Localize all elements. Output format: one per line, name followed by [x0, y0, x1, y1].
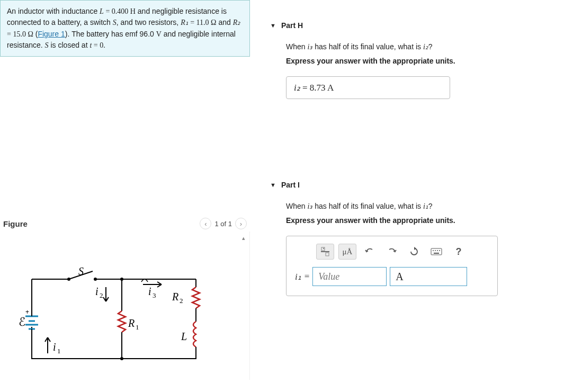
unit-V: V	[156, 30, 162, 38]
sym-R1: R₁	[181, 19, 189, 26]
figure-link[interactable]: Figure 1	[38, 30, 65, 38]
help-button[interactable]: ?	[450, 244, 468, 260]
R2-eq: = 15.0	[7, 30, 28, 38]
unit-ohm-1: Ω	[211, 19, 216, 26]
part-h-question: When i₃ has half of its final value, wha…	[286, 41, 561, 52]
part-h-title: Part H	[281, 21, 303, 30]
circuit-diagram: S i2 i3 R2 R1 L i1 ℰ +	[16, 263, 217, 369]
fraction-template-button[interactable]	[316, 244, 334, 260]
part-i-instruction: Express your answer with the appropriate…	[286, 215, 561, 226]
problem-text-5: is closed at	[49, 41, 90, 49]
svg-rect-13	[326, 253, 329, 256]
sym-S: S	[113, 19, 117, 26]
reset-icon	[409, 247, 419, 256]
sym-L: L	[100, 7, 104, 15]
part-i-header[interactable]: ▼ Part I	[270, 179, 561, 191]
part-i-title: Part I	[281, 181, 300, 189]
problem-text-3: , and two resistors,	[117, 18, 181, 26]
part-h-instruction: Express your answer with the appropriate…	[286, 56, 561, 67]
label-R1: R	[128, 317, 135, 329]
part-i-question: When i₃ has half of its final value, wha…	[286, 201, 561, 212]
svg-point-3	[120, 357, 123, 360]
svg-point-16	[435, 250, 436, 251]
fig-close: ). The battery has emf 96.0	[65, 30, 156, 38]
figure-prev-button[interactable]: ‹	[200, 218, 211, 229]
figure-pager-text: 1 of 1	[214, 220, 232, 228]
figure-next-button[interactable]: ›	[235, 218, 247, 229]
redo-button[interactable]	[383, 244, 401, 260]
svg-text:2: 2	[180, 297, 183, 305]
undo-button[interactable]	[361, 244, 379, 260]
problem-statement: An inductor with inductance L = 0.400 H …	[0, 0, 250, 57]
L-eq: = 0.400	[104, 7, 130, 15]
fraction-icon	[320, 247, 330, 256]
label-R2: R	[172, 291, 178, 302]
unit-H: H	[130, 7, 136, 15]
svg-point-15	[433, 250, 434, 251]
svg-text:2: 2	[100, 291, 103, 299]
label-L: L	[181, 331, 187, 342]
svg-text:+: +	[25, 308, 29, 316]
part-i: ▼ Part I When i₃ has half of its final v…	[270, 179, 561, 296]
part-h: ▼ Part H When i₃ has half of its final v…	[270, 19, 561, 99]
redo-icon	[387, 247, 397, 256]
answer-input-area: μÅ ? i₁ =	[286, 236, 498, 296]
svg-point-18	[439, 250, 440, 251]
reset-button[interactable]	[405, 244, 423, 260]
answer-toolbar: μÅ ?	[316, 244, 489, 260]
figure-pager: ‹ 1 of 1 ›	[200, 218, 247, 229]
svg-point-17	[437, 250, 438, 251]
unit-input[interactable]	[390, 267, 467, 286]
label-emf: ℰ	[19, 315, 25, 328]
keyboard-button[interactable]	[427, 244, 445, 260]
value-input[interactable]	[312, 267, 387, 286]
unit-ohm-2: Ω	[28, 30, 33, 38]
svg-rect-11	[323, 248, 324, 249]
and-text: and	[217, 18, 233, 26]
label-i3: i	[148, 286, 151, 297]
units-button[interactable]: μÅ	[338, 244, 356, 260]
part-h-header[interactable]: ▼ Part H	[270, 19, 561, 32]
R1-eq: = 11.0	[189, 19, 211, 26]
undo-icon	[365, 247, 374, 256]
answer-lhs: i₁	[295, 271, 301, 282]
keyboard-icon	[431, 248, 442, 255]
svg-text:1: 1	[136, 323, 139, 331]
label-i2: i	[95, 286, 99, 297]
problem-text: An inductor with inductance	[7, 7, 100, 15]
sym-R2: R₂	[233, 19, 241, 26]
caret-down-icon: ▼	[270, 22, 276, 29]
svg-rect-19	[434, 253, 439, 254]
t-eq: = 0.	[92, 41, 105, 49]
sym-S-2: S	[45, 41, 49, 49]
figure-section: Figure ‹ 1 of 1 › ▴	[0, 216, 250, 380]
label-i1: i	[53, 341, 56, 353]
panel-collapse-icon[interactable]: ▴	[240, 235, 247, 242]
part-h-answer: i₂ = 8.73 A	[286, 76, 450, 99]
answer-eq: =	[305, 271, 310, 282]
svg-rect-14	[431, 248, 442, 255]
figure-title: Figure	[3, 219, 28, 228]
caret-down-icon: ▼	[270, 182, 276, 188]
svg-text:1: 1	[57, 347, 61, 355]
label-S: S	[78, 265, 84, 277]
svg-text:3: 3	[153, 291, 156, 299]
